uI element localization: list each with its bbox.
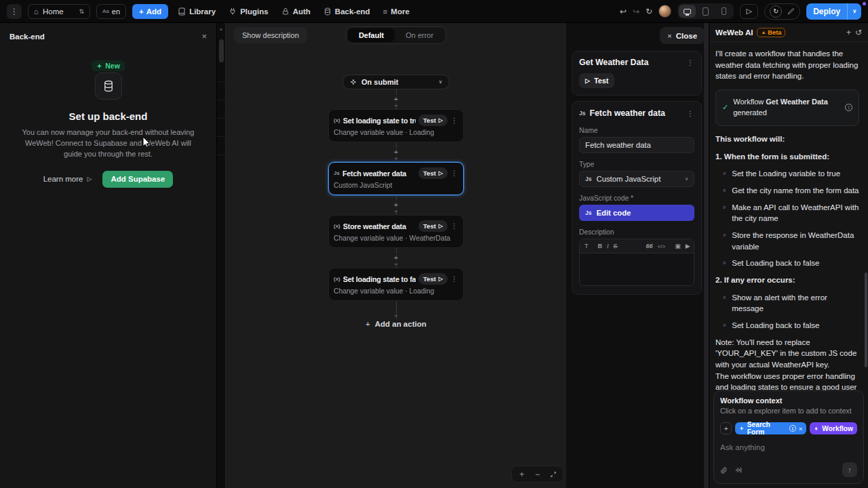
device-tablet-button[interactable] [697,5,714,18]
tab-on-error[interactable]: On error [395,28,444,42]
connector [328,301,464,319]
context-title: Workflow context [720,396,857,405]
add-action-button[interactable]: + Add an action [366,320,426,328]
workflow-node[interactable]: (x) Set loading state to false Test▷ ⋮ C… [328,268,464,301]
list-item: ○Set Loading back to false [723,320,859,331]
test-node-button[interactable]: Test▷ [418,273,448,285]
tab-default[interactable]: Default [348,28,395,42]
notification-dot [863,2,866,5]
plugins-button[interactable]: Plugins [225,7,272,16]
play-icon: ▷ [439,223,443,229]
add-step-button[interactable]: + [393,253,399,262]
quote-button[interactable]: 66 [646,243,653,249]
history-button[interactable]: ↺ [855,28,862,37]
node-menu-button[interactable]: ⋮ [450,169,458,177]
heading-format-button[interactable]: T [585,243,589,249]
strip-scroll-thumb[interactable] [219,39,224,62]
chevron-down-icon: ∨ [848,8,861,14]
close-icon[interactable]: × [201,31,207,41]
learn-more-link[interactable]: Learn more ▷ [43,175,92,183]
remove-chip-icon[interactable]: × [799,425,803,432]
workflow-canvas[interactable]: Show description Default On error On sub… [226,23,566,488]
new-chat-button[interactable]: + [846,28,851,37]
phone-icon [722,7,726,15]
send-button[interactable]: ↑ [842,462,857,477]
add-step-button[interactable]: + [393,148,399,157]
add-button[interactable]: + Add [132,4,168,19]
collapsed-navigator-strip[interactable]: « [217,23,226,488]
collapse-icon[interactable]: « [217,23,225,33]
undo-button[interactable]: ↩ [620,7,627,16]
edit-code-button[interactable]: Js Edit code [579,205,694,221]
inspector-scrollbar[interactable] [704,23,709,488]
panel-title: Back-end [9,33,201,41]
page-selector[interactable]: ⌂ Home ⇅ [28,4,90,19]
paperclip-icon[interactable] [720,466,728,474]
add-step-button[interactable]: + [393,201,399,209]
zoom-out-button[interactable]: − [530,467,545,481]
strip-cell [217,119,225,137]
bullet-icon: ○ [723,258,726,269]
main-menu-button[interactable]: ⋮ [7,4,22,19]
ai-panel-scrollbar[interactable] [865,272,867,367]
info-icon[interactable]: i [789,425,796,432]
fit-view-button[interactable] [545,467,561,481]
test-node-button[interactable]: Test▷ [418,167,448,179]
context-chip-workflow[interactable]: Workflow [810,422,857,434]
workflow-node-selected[interactable]: Js Fetch weather data Test▷ ⋮ Custom Jav… [328,162,464,195]
close-workflow-button[interactable]: × Close [660,27,705,44]
pencil-icon[interactable] [787,7,795,15]
zoom-in-button[interactable]: + [514,467,530,481]
bold-button[interactable]: B [598,243,603,249]
language-selector[interactable]: Aa en [96,4,126,19]
add-supabase-button[interactable]: Add Supabase [102,171,173,188]
workflow-node[interactable]: (x) Set loading state to true Test▷ ⋮ Ch… [328,109,464,142]
workflow-generated-card[interactable]: ✓ Workflow Get Weather Data generated i [715,89,859,126]
setup-description: You can now manage your back-end without… [18,127,199,160]
preview-play-button[interactable]: ▷ [740,4,758,19]
node-settings-menu-button[interactable]: ⋮ [686,110,694,117]
sync-button[interactable]: ↻ [646,7,652,16]
italic-button[interactable]: I [607,243,609,249]
name-field[interactable] [585,141,688,149]
book-icon [178,7,186,16]
js-icon: Js [579,110,585,117]
workflow-menu-button[interactable]: ⋮ [686,59,694,66]
more-button[interactable]: ≡ More [380,7,413,16]
description-label: Description [579,228,694,236]
auth-button[interactable]: Auth [278,7,314,16]
redo-button[interactable]: ↪ [633,7,639,16]
backend-button[interactable]: Back-end [320,7,374,16]
voice-icon[interactable] [735,466,743,474]
video-button[interactable]: ▶ [686,243,690,249]
deploy-button[interactable]: Deploy ∨ [806,3,861,20]
user-avatar[interactable] [658,5,671,18]
description-textarea[interactable] [580,253,694,285]
ai-chat-transcript[interactable]: I'll create a workflow that handles the … [709,42,865,405]
test-node-button[interactable]: Test▷ [418,115,448,126]
test-node-button[interactable]: Test▷ [418,220,448,232]
test-workflow-button[interactable]: ▷ Test [579,73,614,88]
bolt-icon [814,426,819,432]
node-menu-button[interactable]: ⋮ [450,222,458,230]
add-context-button[interactable]: + [720,422,732,434]
workflow-node[interactable]: (x) Store weather data Test▷ ⋮ Change va… [328,215,464,248]
type-select[interactable]: Js Custom JavaScript ∨ [579,171,694,187]
trigger-node[interactable]: On submit ∨ [342,75,450,89]
show-description-button[interactable]: Show description [234,27,307,43]
library-button[interactable]: Library [174,7,219,16]
strikethrough-button[interactable]: S [614,243,618,249]
device-desktop-button[interactable] [679,5,696,18]
play-icon: ▷ [585,77,590,84]
device-mobile-button[interactable] [715,5,732,18]
add-step-button[interactable]: + [393,95,399,104]
refresh-mode-button[interactable]: ↻ [770,5,782,18]
node-menu-button[interactable]: ⋮ [450,117,458,124]
node-menu-button[interactable]: ⋮ [450,275,458,283]
ask-anything-input[interactable] [720,443,857,451]
image-button[interactable]: ▣ [675,243,681,249]
play-icon: ▷ [439,276,443,282]
context-chip-search-form[interactable]: Search Form i × [735,422,806,434]
ai-panel-title: WeWeb AI [715,28,753,37]
code-button[interactable]: </> [658,243,666,249]
